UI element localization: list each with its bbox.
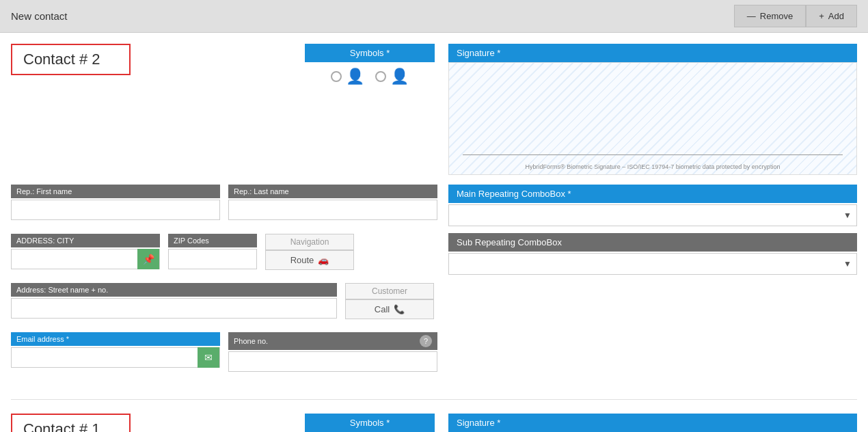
add-icon: +	[819, 11, 824, 21]
city-zip-nav-row: ADDRESS: CITY 📌 ZIP Codes	[11, 234, 437, 276]
symbol-option-2: 👤	[375, 68, 409, 85]
last-name-input[interactable]	[228, 200, 437, 220]
phone-group: Phone no. ?	[228, 332, 437, 372]
contact2-section: Contact # 2 Symbols * 👤 👤	[11, 44, 857, 386]
signature-caption: HybridForms® Biometric Signature – ISO/I…	[449, 163, 856, 170]
city-input-wrapper: 📌	[11, 249, 160, 269]
signature-block-1: Signature *	[448, 414, 857, 432]
section-divider	[11, 399, 857, 400]
signature-line	[463, 154, 843, 155]
contact1-title: Contact # 1	[11, 414, 131, 432]
street-input[interactable]	[11, 298, 337, 319]
remove-icon: —	[747, 11, 756, 21]
symbols-block-2: Symbols * 👤 👤	[305, 44, 435, 85]
first-name-label: Rep.: First name	[11, 185, 220, 198]
sub-combobox-wrapper: ▼	[448, 253, 857, 275]
add-button[interactable]: + Add	[806, 5, 857, 27]
email-icon-btn[interactable]: ✉	[198, 347, 219, 368]
symbols-block-1: Symbols * 👤 👤	[305, 414, 435, 432]
first-name-input[interactable]	[11, 200, 220, 220]
zip-group: ZIP Codes	[168, 234, 257, 269]
remove-label: Remove	[760, 11, 793, 21]
signature-header-1: Signature *	[448, 414, 857, 432]
contact2-title: Contact # 2	[11, 44, 131, 75]
main-content: Contact # 2 Symbols * 👤 👤	[0, 33, 868, 432]
call-button[interactable]: Call 📞	[345, 299, 434, 319]
symbol-option-1: 👤	[331, 68, 364, 85]
zip-label: ZIP Codes	[168, 234, 257, 247]
street-row: Address: Street name + no. Customer Call…	[11, 283, 437, 325]
remove-button[interactable]: — Remove	[734, 5, 806, 27]
customer-label: Customer	[345, 283, 434, 299]
email-icon: ✉	[204, 352, 213, 363]
location-icon: 📌	[143, 254, 154, 265]
route-label: Route	[290, 255, 314, 265]
email-input-wrapper: ✉	[11, 347, 220, 368]
symbols-header-2: Symbols *	[305, 44, 435, 62]
person-icon-1: 👤	[346, 68, 364, 85]
contact2-right-panel: Main Repeating ComboBox * ▼ Sub Repeatin…	[448, 185, 857, 282]
email-group: Email address * ✉	[11, 332, 220, 372]
radio-1[interactable]	[331, 71, 342, 82]
header-title: New contact	[11, 10, 68, 22]
call-label: Call	[375, 304, 390, 314]
header-actions: — Remove + Add	[734, 5, 857, 27]
phone-icon: 📞	[394, 304, 405, 314]
phone-label-row: Phone no. ?	[228, 332, 437, 350]
signature-watermark	[449, 63, 856, 174]
email-label: Email address *	[11, 332, 220, 346]
phone-input[interactable]	[228, 351, 437, 372]
city-input[interactable]	[12, 249, 137, 269]
first-name-group: Rep.: First name	[11, 185, 220, 220]
main-combobox-wrapper: ▼	[448, 204, 857, 226]
city-group: ADDRESS: CITY 📌	[11, 234, 160, 269]
name-row: Rep.: First name Rep.: Last name	[11, 185, 437, 227]
phone-help-icon[interactable]: ?	[420, 335, 432, 347]
main-combobox-label: Main Repeating ComboBox *	[448, 185, 857, 203]
route-button[interactable]: Route 🚗	[265, 250, 354, 270]
last-name-label: Rep.: Last name	[228, 185, 437, 198]
main-combobox-select[interactable]	[448, 204, 857, 226]
email-input[interactable]	[12, 348, 198, 367]
main-combobox-section: Main Repeating ComboBox * ▼	[448, 185, 857, 226]
email-phone-row: Email address * ✉ Phone no. ?	[11, 332, 437, 379]
signature-header-2: Signature *	[448, 44, 857, 62]
customer-call-block: Customer Call 📞	[345, 283, 437, 319]
signature-area-2[interactable]: HybridForms® Biometric Signature – ISO/I…	[448, 62, 857, 175]
street-group: Address: Street name + no.	[11, 283, 337, 319]
last-name-group: Rep.: Last name	[228, 185, 437, 220]
city-label: ADDRESS: CITY	[11, 234, 160, 247]
contact2-form-left: Rep.: First name Rep.: Last name ADDRESS…	[11, 185, 437, 386]
phone-label: Phone no.	[234, 337, 268, 345]
radio-2[interactable]	[375, 71, 386, 82]
sub-combobox-select[interactable]	[448, 253, 857, 275]
add-label: Add	[828, 11, 844, 21]
contact1-section: Contact # 1 Symbols * 👤 👤	[11, 414, 857, 432]
zip-input[interactable]	[168, 249, 257, 269]
navigation-block: Navigation Route 🚗	[265, 234, 357, 270]
navigation-label: Navigation	[265, 234, 354, 250]
signature-block-2: Signature * HybridForms® Biometric Signa…	[448, 44, 857, 175]
car-icon: 🚗	[318, 255, 329, 265]
symbols-header-1: Symbols *	[305, 414, 435, 432]
header: New contact — Remove + Add	[0, 0, 868, 33]
sub-combobox-section: Sub Repeating ComboBox ▼	[448, 233, 857, 275]
person-icon-2: 👤	[390, 68, 409, 85]
street-label: Address: Street name + no.	[11, 283, 337, 297]
symbols-row-2: 👤 👤	[331, 68, 409, 85]
sub-combobox-label: Sub Repeating ComboBox	[448, 233, 857, 252]
city-location-btn[interactable]: 📌	[137, 249, 159, 269]
